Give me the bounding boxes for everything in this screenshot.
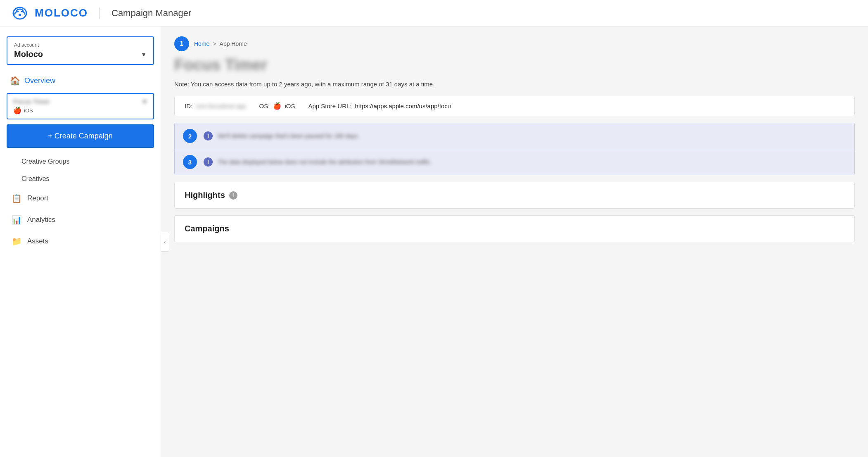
banner-container: 2 i We'll delete campaign that's been pa…: [174, 123, 855, 175]
moloco-text: MOLOCO: [35, 7, 88, 19]
logo-area: MOLOCO Campaign Manager: [10, 6, 191, 21]
app-info-bar: ID: com.focustimer.app OS: 🍎 iOS App Sto…: [174, 96, 855, 116]
sidebar-item-overview[interactable]: 🏠 Overview: [0, 71, 161, 90]
url-label: App Store URL:: [308, 102, 351, 109]
sidebar-item-creative-groups[interactable]: Creative Groups: [0, 153, 161, 170]
home-icon: 🏠: [10, 76, 20, 86]
breadcrumb-current: App Home: [220, 40, 247, 47]
banner-item-1: 2 i We'll delete campaign that's been pa…: [175, 123, 854, 149]
app-dropdown-arrow: ▼: [142, 98, 147, 105]
step-badge-2: 2: [183, 129, 197, 143]
sidebar: Ad account Moloco ▼ 🏠 Overview Focus Tim…: [0, 26, 161, 457]
report-icon: 📋: [12, 193, 21, 203]
sidebar-item-analytics[interactable]: 📊 Analytics: [0, 209, 161, 231]
sidebar-item-assets[interactable]: 📁 Assets: [0, 231, 161, 252]
app-os-section: OS: 🍎 iOS: [259, 102, 295, 110]
os-value: iOS: [285, 102, 295, 109]
main-content: ‹ 1 Home > App Home Focus Timer Note: Yo…: [161, 26, 868, 457]
app-url-section: App Store URL: https://apps.apple.com/us…: [308, 102, 451, 109]
highlights-title: Highlights i: [185, 190, 844, 200]
app-selector[interactable]: Focus Timer ▼ 🍎 iOS: [7, 93, 154, 119]
ad-account-selector[interactable]: Ad account Moloco ▼: [7, 36, 154, 65]
app-selector-os: 🍎 iOS: [13, 107, 147, 114]
svg-point-0: [19, 14, 21, 16]
app-id-value: com.focustimer.app: [196, 103, 246, 109]
breadcrumb-home[interactable]: Home: [194, 40, 209, 47]
app-store-url: https://apps.apple.com/us/app/focu: [355, 102, 451, 109]
note-text: Note: You can access data from up to 2 y…: [174, 81, 855, 88]
ad-account-dropdown-arrow: ▼: [141, 51, 147, 58]
sidebar-collapse-arrow[interactable]: ‹: [161, 232, 169, 252]
info-icon-1: i: [204, 131, 213, 140]
breadcrumb: 1 Home > App Home: [174, 36, 855, 51]
top-header: MOLOCO Campaign Manager: [0, 0, 868, 26]
apple-os-icon: 🍎: [273, 102, 281, 110]
id-label: ID:: [185, 102, 192, 109]
step-badge-3: 3: [183, 155, 197, 169]
app-selector-name: Focus Timer ▼: [13, 98, 147, 105]
breadcrumb-separator: >: [213, 40, 216, 47]
analytics-icon: 📊: [12, 215, 21, 225]
assets-icon: 📁: [12, 236, 21, 246]
sidebar-item-creatives[interactable]: Creatives: [0, 170, 161, 188]
app-title: Campaign Manager: [111, 8, 191, 19]
app-id-section: ID: com.focustimer.app: [185, 102, 246, 109]
info-icon-2: i: [204, 157, 213, 167]
create-campaign-button[interactable]: + Create Campaign: [7, 124, 154, 148]
banner-item-2: 3 i The data displayed below does not in…: [175, 149, 854, 175]
moloco-logo: [10, 6, 30, 21]
campaigns-title: Campaigns: [185, 224, 844, 233]
overview-label: Overview: [24, 76, 55, 85]
page-title: Focus Timer: [174, 56, 855, 74]
logo-divider: [100, 7, 100, 19]
ad-account-label: Ad account: [14, 42, 147, 48]
os-label: OS:: [259, 102, 270, 109]
apple-icon: 🍎: [13, 107, 21, 114]
campaigns-section: Campaigns: [174, 215, 855, 242]
step-badge-1: 1: [174, 36, 189, 51]
sidebar-item-report[interactable]: 📋 Report: [0, 188, 161, 209]
banner-text-1: We'll delete campaign that's been paused…: [218, 133, 359, 139]
ad-account-name: Moloco ▼: [14, 50, 147, 59]
banner-text-2: The data displayed below does not includ…: [218, 159, 432, 165]
highlights-info-icon: i: [229, 191, 237, 200]
layout: Ad account Moloco ▼ 🏠 Overview Focus Tim…: [0, 26, 868, 457]
highlights-section: Highlights i: [174, 182, 855, 209]
